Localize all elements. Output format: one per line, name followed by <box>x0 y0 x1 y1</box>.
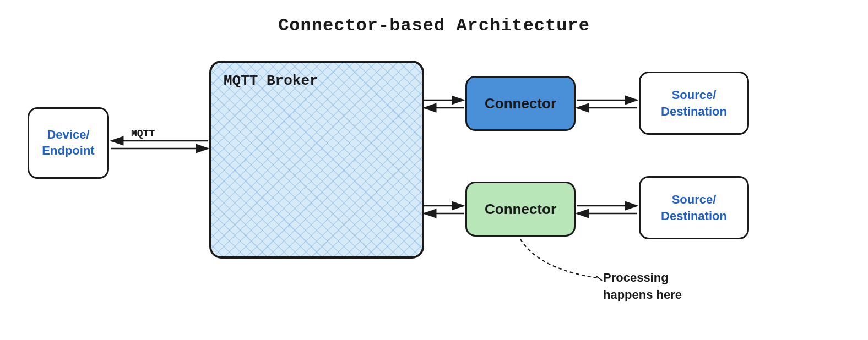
arrows-svg: MQTT <box>0 0 868 340</box>
source-dest-bottom-label: Source/Destination <box>661 191 727 224</box>
device-endpoint-box: Device/Endpoint <box>28 107 109 179</box>
source-dest-top-label: Source/Destination <box>661 87 727 119</box>
mqtt-broker-box: MQTT Broker <box>209 61 424 259</box>
page-title: Connector-based Architecture <box>278 15 590 36</box>
connector-green-label: Connector <box>485 201 556 218</box>
connector-blue-box: Connector <box>465 76 576 131</box>
broker-label: MQTT Broker <box>224 73 318 89</box>
source-dest-top-box: Source/Destination <box>639 72 749 135</box>
svg-line-13 <box>596 276 602 281</box>
connector-blue-label: Connector <box>485 95 556 112</box>
broker-hatch <box>211 63 422 256</box>
diagram-container: Connector-based Architecture Device/Endp… <box>0 0 868 340</box>
processing-label: Processinghappens here <box>603 270 682 304</box>
source-dest-bottom-box: Source/Destination <box>639 176 749 239</box>
connector-green-box: Connector <box>465 182 576 237</box>
device-label: Device/Endpoint <box>42 127 94 158</box>
svg-text:MQTT: MQTT <box>131 128 155 139</box>
